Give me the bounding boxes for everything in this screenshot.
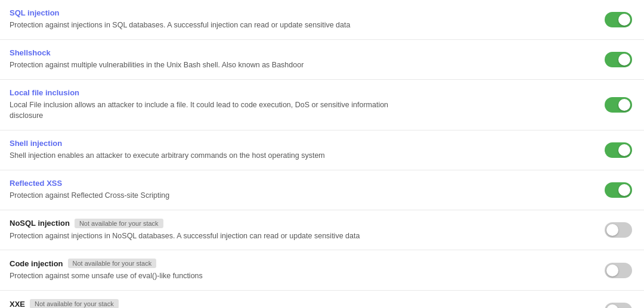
title-row-sql-injection: SQL injection bbox=[10, 8, 593, 17]
row-code-injection: Code injectionNot available for your sta… bbox=[0, 250, 644, 291]
badge-xxe: Not available for your stack bbox=[30, 299, 119, 308]
content-shell-injection: Shell injectionShell injection enables a… bbox=[10, 139, 605, 161]
row-shellshock: ShellshockProtection against multiple vu… bbox=[0, 40, 644, 80]
description-local-file-inclusion: Local File inclusion allows an attacker … bbox=[10, 99, 415, 122]
row-nosql-injection: NoSQL injectionNot available for your st… bbox=[0, 210, 644, 251]
toggle-slider-sql-injection bbox=[605, 12, 632, 27]
toggle-slider-nosql-injection bbox=[605, 222, 632, 238]
description-sql-injection: Protection against injections in SQL dat… bbox=[10, 20, 415, 31]
row-local-file-inclusion: Local file inclusionLocal File inclusion… bbox=[0, 80, 644, 131]
title-shell-injection[interactable]: Shell injection bbox=[10, 139, 62, 148]
toggle-shellshock[interactable] bbox=[605, 52, 632, 67]
row-xxe: XXENot available for your stackProtectio… bbox=[0, 291, 644, 308]
badge-code-injection: Not available for your stack bbox=[68, 259, 157, 268]
title-row-nosql-injection: NoSQL injectionNot available for your st… bbox=[10, 219, 593, 228]
toggle-wrapper-local-file-inclusion bbox=[605, 97, 632, 113]
title-sql-injection[interactable]: SQL injection bbox=[10, 8, 60, 17]
title-reflected-xss[interactable]: Reflected XSS bbox=[10, 179, 62, 188]
title-row-xxe: XXENot available for your stack bbox=[10, 299, 593, 308]
row-shell-injection: Shell injectionShell injection enables a… bbox=[0, 130, 644, 170]
toggle-wrapper-code-injection bbox=[605, 263, 632, 278]
title-row-code-injection: Code injectionNot available for your sta… bbox=[10, 259, 593, 268]
toggle-slider-reflected-xss bbox=[605, 182, 632, 198]
content-local-file-inclusion: Local file inclusionLocal File inclusion… bbox=[10, 88, 605, 122]
title-xxe: XXE bbox=[10, 300, 25, 309]
toggle-shell-injection[interactable] bbox=[605, 142, 632, 158]
toggle-slider-shell-injection bbox=[605, 142, 632, 158]
row-reflected-xss: Reflected XSSProtection against Reflecte… bbox=[0, 170, 644, 210]
toggle-nosql-injection[interactable] bbox=[605, 222, 632, 238]
toggle-xxe[interactable] bbox=[605, 303, 632, 308]
toggle-local-file-inclusion[interactable] bbox=[605, 97, 632, 113]
title-row-reflected-xss: Reflected XSS bbox=[10, 179, 593, 188]
title-code-injection: Code injection bbox=[10, 259, 63, 268]
toggle-wrapper-nosql-injection bbox=[605, 222, 632, 238]
content-shellshock: ShellshockProtection against multiple vu… bbox=[10, 48, 605, 71]
toggle-wrapper-xxe bbox=[605, 303, 632, 308]
content-xxe: XXENot available for your stackProtectio… bbox=[10, 299, 605, 308]
toggle-wrapper-sql-injection bbox=[605, 12, 632, 27]
title-row-shellshock: Shellshock bbox=[10, 48, 593, 57]
description-nosql-injection: Protection against injections in NoSQL d… bbox=[10, 231, 415, 242]
toggle-slider-xxe bbox=[605, 303, 632, 308]
toggle-reflected-xss[interactable] bbox=[605, 182, 632, 198]
row-sql-injection: SQL injectionProtection against injectio… bbox=[0, 0, 644, 40]
title-nosql-injection: NoSQL injection bbox=[10, 219, 70, 228]
toggle-slider-code-injection bbox=[605, 263, 632, 278]
title-shellshock[interactable]: Shellshock bbox=[10, 48, 51, 57]
title-row-shell-injection: Shell injection bbox=[10, 139, 593, 148]
content-reflected-xss: Reflected XSSProtection against Reflecte… bbox=[10, 179, 605, 201]
content-sql-injection: SQL injectionProtection against injectio… bbox=[10, 8, 605, 31]
toggle-slider-local-file-inclusion bbox=[605, 97, 632, 113]
badge-nosql-injection: Not available for your stack bbox=[75, 219, 163, 228]
description-shellshock: Protection against multiple vulnerabilit… bbox=[10, 60, 415, 71]
description-reflected-xss: Protection against Reflected Cross-site … bbox=[10, 190, 415, 201]
toggle-wrapper-reflected-xss bbox=[605, 182, 632, 198]
toggle-sql-injection[interactable] bbox=[605, 12, 632, 27]
toggle-wrapper-shellshock bbox=[605, 52, 632, 67]
description-code-injection: Protection against some unsafe use of ev… bbox=[10, 270, 415, 282]
toggle-wrapper-shell-injection bbox=[605, 142, 632, 158]
content-nosql-injection: NoSQL injectionNot available for your st… bbox=[10, 219, 605, 242]
settings-list: SQL injectionProtection against injectio… bbox=[0, 0, 644, 308]
title-local-file-inclusion[interactable]: Local file inclusion bbox=[10, 88, 79, 97]
description-shell-injection: Shell injection enables an attacker to e… bbox=[10, 150, 415, 161]
content-code-injection: Code injectionNot available for your sta… bbox=[10, 259, 605, 282]
toggle-code-injection[interactable] bbox=[605, 263, 632, 278]
title-row-local-file-inclusion: Local file inclusion bbox=[10, 88, 593, 97]
toggle-slider-shellshock bbox=[605, 52, 632, 67]
